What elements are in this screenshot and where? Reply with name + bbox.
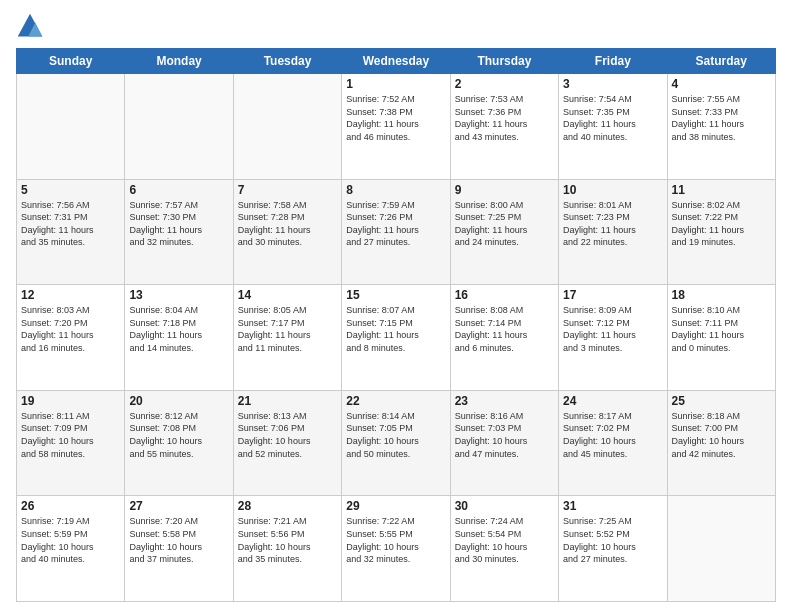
weekday-header-saturday: Saturday [667, 49, 775, 74]
calendar-cell: 29Sunrise: 7:22 AM Sunset: 5:55 PM Dayli… [342, 496, 450, 602]
logo [16, 12, 48, 40]
calendar-cell: 6Sunrise: 7:57 AM Sunset: 7:30 PM Daylig… [125, 179, 233, 285]
day-info: Sunrise: 7:22 AM Sunset: 5:55 PM Dayligh… [346, 515, 445, 565]
calendar-cell: 19Sunrise: 8:11 AM Sunset: 7:09 PM Dayli… [17, 390, 125, 496]
day-number: 26 [21, 499, 120, 513]
day-number: 30 [455, 499, 554, 513]
day-number: 24 [563, 394, 662, 408]
day-number: 19 [21, 394, 120, 408]
week-row-3: 19Sunrise: 8:11 AM Sunset: 7:09 PM Dayli… [17, 390, 776, 496]
day-number: 9 [455, 183, 554, 197]
day-info: Sunrise: 7:21 AM Sunset: 5:56 PM Dayligh… [238, 515, 337, 565]
weekday-header-sunday: Sunday [17, 49, 125, 74]
week-row-4: 26Sunrise: 7:19 AM Sunset: 5:59 PM Dayli… [17, 496, 776, 602]
calendar-cell [125, 74, 233, 180]
calendar-cell: 9Sunrise: 8:00 AM Sunset: 7:25 PM Daylig… [450, 179, 558, 285]
calendar-cell: 1Sunrise: 7:52 AM Sunset: 7:38 PM Daylig… [342, 74, 450, 180]
weekday-header-monday: Monday [125, 49, 233, 74]
day-number: 1 [346, 77, 445, 91]
day-info: Sunrise: 7:52 AM Sunset: 7:38 PM Dayligh… [346, 93, 445, 143]
weekday-header-friday: Friday [559, 49, 667, 74]
day-number: 10 [563, 183, 662, 197]
calendar-cell: 5Sunrise: 7:56 AM Sunset: 7:31 PM Daylig… [17, 179, 125, 285]
day-info: Sunrise: 8:02 AM Sunset: 7:22 PM Dayligh… [672, 199, 771, 249]
weekday-header-row: SundayMondayTuesdayWednesdayThursdayFrid… [17, 49, 776, 74]
calendar-cell: 30Sunrise: 7:24 AM Sunset: 5:54 PM Dayli… [450, 496, 558, 602]
calendar-cell: 4Sunrise: 7:55 AM Sunset: 7:33 PM Daylig… [667, 74, 775, 180]
day-info: Sunrise: 7:25 AM Sunset: 5:52 PM Dayligh… [563, 515, 662, 565]
calendar-cell: 28Sunrise: 7:21 AM Sunset: 5:56 PM Dayli… [233, 496, 341, 602]
day-number: 3 [563, 77, 662, 91]
calendar-cell [667, 496, 775, 602]
day-info: Sunrise: 7:56 AM Sunset: 7:31 PM Dayligh… [21, 199, 120, 249]
week-row-1: 5Sunrise: 7:56 AM Sunset: 7:31 PM Daylig… [17, 179, 776, 285]
day-info: Sunrise: 8:05 AM Sunset: 7:17 PM Dayligh… [238, 304, 337, 354]
calendar-cell: 13Sunrise: 8:04 AM Sunset: 7:18 PM Dayli… [125, 285, 233, 391]
calendar-cell: 15Sunrise: 8:07 AM Sunset: 7:15 PM Dayli… [342, 285, 450, 391]
calendar-cell: 23Sunrise: 8:16 AM Sunset: 7:03 PM Dayli… [450, 390, 558, 496]
day-info: Sunrise: 8:04 AM Sunset: 7:18 PM Dayligh… [129, 304, 228, 354]
day-info: Sunrise: 8:10 AM Sunset: 7:11 PM Dayligh… [672, 304, 771, 354]
week-row-2: 12Sunrise: 8:03 AM Sunset: 7:20 PM Dayli… [17, 285, 776, 391]
day-number: 25 [672, 394, 771, 408]
calendar-cell: 20Sunrise: 8:12 AM Sunset: 7:08 PM Dayli… [125, 390, 233, 496]
day-number: 20 [129, 394, 228, 408]
day-info: Sunrise: 8:12 AM Sunset: 7:08 PM Dayligh… [129, 410, 228, 460]
day-info: Sunrise: 7:24 AM Sunset: 5:54 PM Dayligh… [455, 515, 554, 565]
calendar-cell: 3Sunrise: 7:54 AM Sunset: 7:35 PM Daylig… [559, 74, 667, 180]
day-number: 5 [21, 183, 120, 197]
day-number: 2 [455, 77, 554, 91]
day-number: 13 [129, 288, 228, 302]
logo-icon [16, 12, 44, 40]
day-number: 21 [238, 394, 337, 408]
calendar-cell: 7Sunrise: 7:58 AM Sunset: 7:28 PM Daylig… [233, 179, 341, 285]
day-number: 11 [672, 183, 771, 197]
calendar-cell: 14Sunrise: 8:05 AM Sunset: 7:17 PM Dayli… [233, 285, 341, 391]
day-number: 4 [672, 77, 771, 91]
page: SundayMondayTuesdayWednesdayThursdayFrid… [0, 0, 792, 612]
calendar-cell: 25Sunrise: 8:18 AM Sunset: 7:00 PM Dayli… [667, 390, 775, 496]
day-number: 27 [129, 499, 228, 513]
header [16, 12, 776, 40]
day-number: 7 [238, 183, 337, 197]
calendar-cell: 16Sunrise: 8:08 AM Sunset: 7:14 PM Dayli… [450, 285, 558, 391]
day-number: 28 [238, 499, 337, 513]
day-number: 17 [563, 288, 662, 302]
weekday-header-wednesday: Wednesday [342, 49, 450, 74]
day-info: Sunrise: 8:09 AM Sunset: 7:12 PM Dayligh… [563, 304, 662, 354]
day-info: Sunrise: 7:59 AM Sunset: 7:26 PM Dayligh… [346, 199, 445, 249]
day-number: 22 [346, 394, 445, 408]
day-info: Sunrise: 7:54 AM Sunset: 7:35 PM Dayligh… [563, 93, 662, 143]
day-number: 29 [346, 499, 445, 513]
day-number: 23 [455, 394, 554, 408]
day-info: Sunrise: 7:20 AM Sunset: 5:58 PM Dayligh… [129, 515, 228, 565]
day-number: 12 [21, 288, 120, 302]
calendar-cell: 21Sunrise: 8:13 AM Sunset: 7:06 PM Dayli… [233, 390, 341, 496]
day-number: 31 [563, 499, 662, 513]
weekday-header-thursday: Thursday [450, 49, 558, 74]
calendar-cell [17, 74, 125, 180]
day-info: Sunrise: 7:58 AM Sunset: 7:28 PM Dayligh… [238, 199, 337, 249]
day-info: Sunrise: 8:08 AM Sunset: 7:14 PM Dayligh… [455, 304, 554, 354]
calendar-cell: 27Sunrise: 7:20 AM Sunset: 5:58 PM Dayli… [125, 496, 233, 602]
day-info: Sunrise: 7:53 AM Sunset: 7:36 PM Dayligh… [455, 93, 554, 143]
calendar-cell: 12Sunrise: 8:03 AM Sunset: 7:20 PM Dayli… [17, 285, 125, 391]
calendar-cell: 17Sunrise: 8:09 AM Sunset: 7:12 PM Dayli… [559, 285, 667, 391]
weekday-header-tuesday: Tuesday [233, 49, 341, 74]
calendar-cell: 18Sunrise: 8:10 AM Sunset: 7:11 PM Dayli… [667, 285, 775, 391]
day-info: Sunrise: 8:13 AM Sunset: 7:06 PM Dayligh… [238, 410, 337, 460]
calendar-cell: 8Sunrise: 7:59 AM Sunset: 7:26 PM Daylig… [342, 179, 450, 285]
calendar-cell: 31Sunrise: 7:25 AM Sunset: 5:52 PM Dayli… [559, 496, 667, 602]
day-number: 15 [346, 288, 445, 302]
calendar-cell: 26Sunrise: 7:19 AM Sunset: 5:59 PM Dayli… [17, 496, 125, 602]
day-info: Sunrise: 7:55 AM Sunset: 7:33 PM Dayligh… [672, 93, 771, 143]
calendar-cell [233, 74, 341, 180]
day-info: Sunrise: 8:14 AM Sunset: 7:05 PM Dayligh… [346, 410, 445, 460]
day-info: Sunrise: 8:17 AM Sunset: 7:02 PM Dayligh… [563, 410, 662, 460]
day-info: Sunrise: 8:01 AM Sunset: 7:23 PM Dayligh… [563, 199, 662, 249]
day-number: 14 [238, 288, 337, 302]
day-info: Sunrise: 7:57 AM Sunset: 7:30 PM Dayligh… [129, 199, 228, 249]
day-info: Sunrise: 8:18 AM Sunset: 7:00 PM Dayligh… [672, 410, 771, 460]
day-info: Sunrise: 8:03 AM Sunset: 7:20 PM Dayligh… [21, 304, 120, 354]
day-number: 16 [455, 288, 554, 302]
